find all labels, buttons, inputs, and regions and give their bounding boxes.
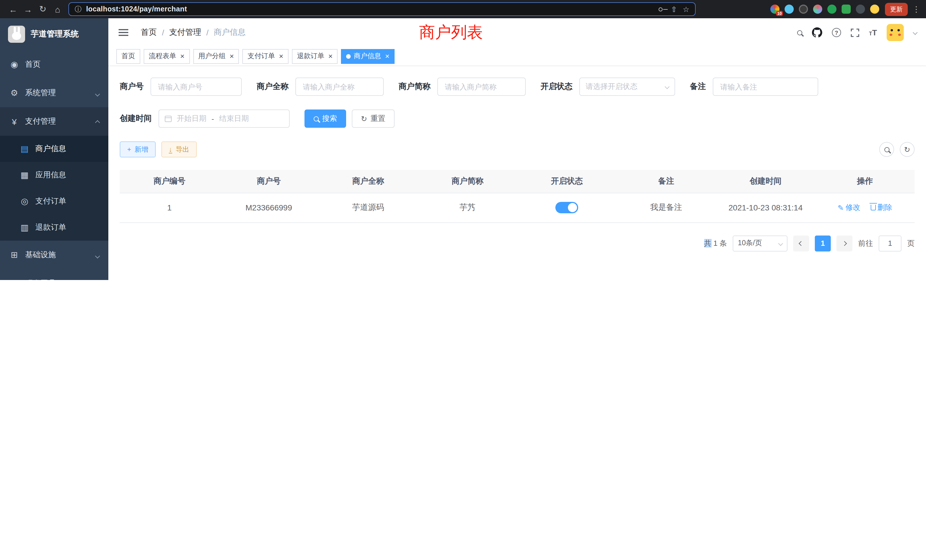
toolbar-right: ↻ <box>879 142 915 157</box>
add-button[interactable]: + 新增 <box>120 141 156 157</box>
close-icon[interactable]: × <box>279 53 283 60</box>
merchant-short-name-input[interactable] <box>437 77 526 96</box>
back-icon[interactable]: ← <box>6 2 21 17</box>
github-icon[interactable] <box>812 27 822 38</box>
tab-user-group[interactable]: 用户分组 × <box>193 49 239 64</box>
extension-icon-2[interactable] <box>785 5 794 14</box>
status-toggle[interactable] <box>555 202 578 213</box>
chevron-up-icon <box>96 117 99 126</box>
tab-home[interactable]: 首页 <box>117 49 140 64</box>
breadcrumb-current: 商户信息 <box>214 27 246 38</box>
extension-icon-4[interactable] <box>813 5 822 14</box>
tab-pay-orders[interactable]: 支付订单 × <box>242 49 288 64</box>
next-page-button[interactable] <box>837 235 852 251</box>
sidebar-item-refund-orders[interactable]: ▥ 退款订单 <box>0 215 108 241</box>
page-1-button[interactable]: 1 <box>815 235 831 251</box>
sidebar-item-pay-orders[interactable]: ◎ 支付订单 <box>0 188 108 215</box>
toggle-search-button[interactable] <box>879 142 894 157</box>
table-toolbar: + 新增 ↓ 导出 ↻ <box>120 141 915 157</box>
refresh-button[interactable]: ↻ <box>900 142 915 157</box>
cell-merchant-index: 1 <box>120 193 219 222</box>
bookmark-star-icon[interactable]: ☆ <box>683 5 689 14</box>
credit-card-icon: ▤ <box>20 144 30 154</box>
edit-link[interactable]: ✎ 修改 <box>838 203 861 213</box>
extension-icon-7[interactable] <box>856 5 865 14</box>
trash-icon <box>871 205 876 210</box>
prev-page-button[interactable] <box>793 235 809 251</box>
url-bar[interactable]: ⓘ localhost:1024/pay/merchant ⇧ ☆ <box>68 2 696 16</box>
avatar-caret-icon[interactable] <box>913 30 918 35</box>
fullscreen-icon[interactable] <box>851 28 859 37</box>
extension-icon-5[interactable] <box>828 5 837 14</box>
sidebar-item-payment[interactable]: ¥ 支付管理 <box>0 107 108 136</box>
remark-input[interactable] <box>713 77 818 96</box>
export-button[interactable]: ↓ 导出 <box>161 141 197 157</box>
help-icon[interactable]: ? <box>832 28 841 37</box>
col-merchant-index: 商户编号 <box>120 170 219 193</box>
tab-process-form[interactable]: 流程表单 × <box>144 49 189 64</box>
download-icon: ↓ <box>169 146 172 153</box>
calendar-icon <box>165 115 172 122</box>
merchant-no-input[interactable] <box>151 77 242 96</box>
filter-label: 开启状态 <box>540 82 572 92</box>
cell-merchant-no: M233666999 <box>219 193 319 222</box>
search-button[interactable]: 搜索 <box>304 109 346 128</box>
main-area: 首页 / 支付管理 / 商户信息 ? TT <box>108 18 926 280</box>
cell-full-name: 芋道源码 <box>318 193 418 222</box>
goto-label: 前往 <box>858 238 873 248</box>
page-size-select[interactable]: 10条/页 <box>733 235 787 251</box>
sidebar-item-app-info[interactable]: ▦ 应用信息 <box>0 162 108 188</box>
chevron-down-icon <box>96 279 99 280</box>
search-icon[interactable] <box>797 30 802 35</box>
filter-label: 商户全称 <box>257 82 289 92</box>
update-button[interactable]: 更新 <box>885 3 908 16</box>
extension-icon-6[interactable] <box>841 5 851 14</box>
close-icon[interactable]: × <box>180 53 185 60</box>
extension-icon-1[interactable]: 10 <box>770 5 779 14</box>
extensions-area: 10 <box>770 5 879 14</box>
tab-refund-orders[interactable]: 退款订单 × <box>292 49 338 64</box>
grid-icon: ▦ <box>20 170 30 180</box>
active-dot-icon <box>346 54 351 59</box>
extension-icon-3[interactable] <box>799 5 808 14</box>
hamburger-icon[interactable] <box>119 32 128 33</box>
password-key-icon[interactable] <box>659 7 663 11</box>
font-size-icon[interactable]: TT <box>869 27 877 38</box>
status-select[interactable]: 请选择开启状态 <box>580 77 675 96</box>
reset-button[interactable]: ↻ 重置 <box>352 109 395 128</box>
tabs-bar: 首页 流程表单 × 用户分组 × 支付订单 × 退款订单 × <box>108 47 926 66</box>
filter-create-time: 创建时间 开始日期 - 结束日期 <box>120 109 290 128</box>
date-range-picker[interactable]: 开始日期 - 结束日期 <box>159 109 290 128</box>
filter-remark: 备注 <box>690 77 818 96</box>
sidebar-item-label: 基础设施 <box>25 250 56 260</box>
close-icon[interactable]: × <box>385 53 389 60</box>
merchant-name-input[interactable] <box>295 77 384 96</box>
delete-link[interactable]: 删除 <box>871 203 892 213</box>
sidebar-item-label: 应用信息 <box>35 170 66 180</box>
close-icon[interactable]: × <box>230 53 234 60</box>
avatar[interactable] <box>887 24 904 41</box>
chevron-down-icon <box>778 241 783 246</box>
annotation-title: 商户列表 <box>419 22 483 43</box>
reload-icon[interactable]: ↻ <box>35 2 50 17</box>
home-icon[interactable]: ⌂ <box>50 2 65 17</box>
table-row: 1 M233666999 芋道源码 芋艿 我是备注 2021-10-23 08:… <box>120 193 915 222</box>
close-icon[interactable]: × <box>328 53 333 60</box>
forward-icon[interactable]: → <box>21 2 35 17</box>
pagination: 共 1 条 10条/页 1 前往 页 <box>120 235 915 251</box>
sidebar-item-infrastructure[interactable]: ⊞ 基础设施 <box>0 241 108 269</box>
site-info-icon[interactable]: ⓘ <box>75 4 82 14</box>
tab-merchant-info[interactable]: 商户信息 × <box>341 49 395 64</box>
share-icon[interactable]: ⇧ <box>671 5 677 14</box>
sidebar-item-merchant-info[interactable]: ▤ 商户信息 <box>0 136 108 162</box>
filter-label: 备注 <box>690 82 706 92</box>
breadcrumb-payment[interactable]: 支付管理 <box>169 27 201 38</box>
extension-icon-8[interactable] <box>870 5 879 14</box>
browser-menu-icon[interactable]: ⋮ <box>912 5 920 14</box>
breadcrumb-home[interactable]: 首页 <box>141 27 157 38</box>
goto-page-input[interactable] <box>879 235 902 251</box>
col-actions: 操作 <box>816 170 915 193</box>
sidebar-item-dev-tools[interactable]: ⚒ 研发工具 <box>0 269 108 280</box>
sidebar-item-system[interactable]: ⚙ 系统管理 <box>0 79 108 107</box>
sidebar-item-home[interactable]: ◉ 首页 <box>0 50 108 79</box>
